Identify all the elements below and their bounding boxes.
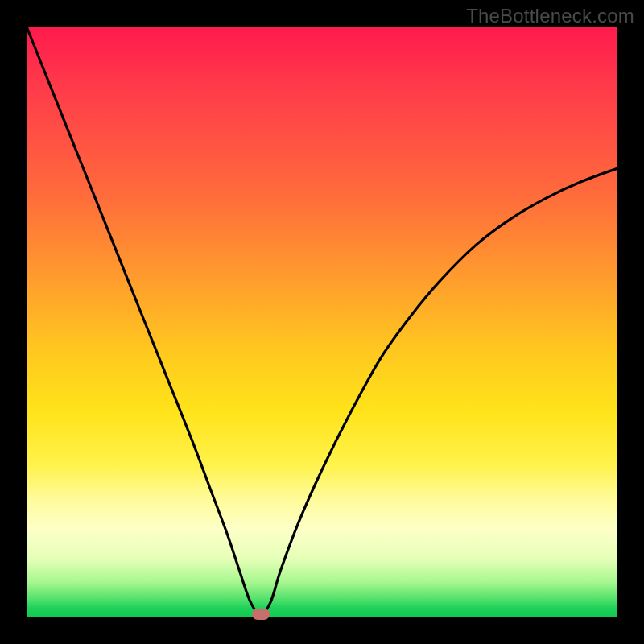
curve-path bbox=[27, 27, 617, 614]
minimum-marker bbox=[252, 609, 270, 620]
plot-area bbox=[27, 27, 617, 617]
watermark-text: TheBottleneck.com bbox=[466, 5, 634, 27]
chart-frame: TheBottleneck.com bbox=[0, 0, 644, 644]
bottleneck-curve bbox=[27, 27, 617, 617]
